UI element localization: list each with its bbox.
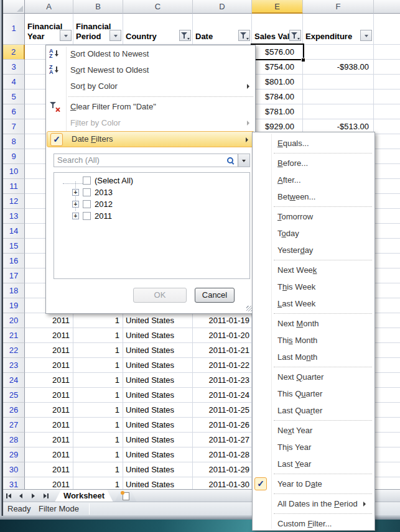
tree-item-2012[interactable]: +2012 [54, 199, 249, 211]
menu-item-clear-filter-from-date[interactable]: Clear Filter From "Date" [46, 99, 255, 115]
menu-item-next-year[interactable]: Next Year [253, 422, 374, 439]
cell-g19[interactable] [374, 298, 400, 313]
cell-f3[interactable]: -$938.00 [303, 60, 374, 75]
cell-f2[interactable] [303, 45, 374, 60]
cell-d24[interactable]: 2011-01-23 [193, 373, 252, 388]
row-header-23[interactable]: 23 [3, 358, 25, 373]
column-header-B[interactable]: B [73, 0, 123, 14]
cell-e3[interactable]: $754.00 [252, 60, 303, 75]
row-header-13[interactable]: 13 [3, 209, 25, 224]
ok-button[interactable]: OK [133, 288, 187, 303]
cell-c23[interactable]: United States [123, 358, 193, 373]
cell-a20[interactable]: 2011 [25, 313, 73, 328]
cell-c25[interactable]: United States [123, 388, 193, 403]
menu-item-before[interactable]: Before... [253, 155, 374, 172]
cell-c21[interactable]: United States [123, 328, 193, 343]
tree-expander-icon[interactable]: + [72, 201, 79, 208]
menu-item-next-week[interactable]: Next Week [253, 262, 374, 278]
menu-item-after[interactable]: After... [253, 172, 374, 188]
menu-item-last-month[interactable]: Last Month [253, 349, 374, 365]
header-cell-b[interactable]: Financial Period [73, 14, 123, 45]
cell-d23[interactable]: 2011-01-22 [193, 358, 252, 373]
row-header-30[interactable]: 30 [3, 462, 25, 477]
menu-item-this-quarter[interactable]: This Quarter [253, 385, 374, 402]
cell-e6[interactable]: $781.00 [252, 104, 303, 119]
cell-e5[interactable]: $784.00 [252, 89, 303, 104]
cell-g10[interactable] [374, 164, 400, 179]
cell-a31[interactable]: 2011 [25, 477, 73, 489]
column-header-A[interactable]: A [25, 0, 73, 14]
row-header-8[interactable]: 8 [3, 134, 25, 149]
cell-e4[interactable]: $801.00 [252, 75, 303, 89]
tree-item-2011[interactable]: +2011 [54, 211, 249, 222]
cell-c22[interactable]: United States [123, 343, 193, 358]
cell-b24[interactable]: 1 [73, 373, 123, 388]
row-header-7[interactable]: 7 [3, 119, 25, 134]
cell-g29[interactable] [374, 447, 400, 462]
row-header-12[interactable]: 12 [3, 194, 25, 209]
row-header-24[interactable]: 24 [3, 373, 25, 388]
cell-g3[interactable] [374, 60, 400, 75]
row-header-17[interactable]: 17 [3, 268, 25, 283]
cell-g5[interactable] [374, 89, 400, 104]
menu-item-year-to-date[interactable]: ✓Year to Date [253, 475, 374, 492]
menu-item-this-month[interactable]: This Month [253, 332, 374, 349]
last-sheet-button[interactable] [40, 491, 51, 501]
menu-item-this-year[interactable]: This Year [253, 439, 374, 456]
row-header-31[interactable]: 31 [3, 477, 25, 489]
row-header-15[interactable]: 15 [3, 239, 25, 254]
cell-g25[interactable] [374, 388, 400, 403]
header-cell-f[interactable]: Expenditure [303, 14, 374, 45]
row-header-28[interactable]: 28 [3, 433, 25, 447]
column-header-C[interactable]: C [123, 0, 193, 14]
header-cell-e[interactable]: Sales Value [252, 14, 303, 45]
cell-g31[interactable] [374, 477, 400, 489]
cell-g27[interactable] [374, 418, 400, 433]
cell-g14[interactable] [374, 224, 400, 239]
cell-a22[interactable]: 2011 [25, 343, 73, 358]
cell-g21[interactable] [374, 328, 400, 343]
column-header-F[interactable]: F [303, 0, 374, 14]
menu-item-sort-oldest-to-newest[interactable]: AZSort Oldest to Newest [46, 46, 255, 62]
cell-a25[interactable]: 2011 [25, 388, 73, 403]
cell-b20[interactable]: 1 [73, 313, 123, 328]
cell-c24[interactable]: United States [123, 373, 193, 388]
row-header-3[interactable]: 3 [3, 60, 25, 75]
cell-g8[interactable] [374, 134, 400, 149]
tree-checkbox[interactable] [83, 200, 91, 208]
cell-b31[interactable]: 1 [73, 477, 123, 489]
cell-g11[interactable] [374, 179, 400, 194]
filter-button-b[interactable] [109, 30, 121, 41]
cell-b27[interactable]: 1 [73, 418, 123, 433]
row-header-5[interactable]: 5 [3, 89, 25, 104]
cell-d21[interactable]: 2011-01-20 [193, 328, 252, 343]
menu-item-date-filters[interactable]: ✓Date Filters [47, 131, 254, 147]
cell-a26[interactable]: 2011 [25, 403, 73, 418]
column-header-D[interactable]: D [193, 0, 252, 14]
cell-g4[interactable] [374, 75, 400, 89]
cell-g18[interactable] [374, 283, 400, 298]
filter-button-f[interactable] [360, 30, 372, 41]
cell-b29[interactable]: 1 [73, 447, 123, 462]
cell-d22[interactable]: 2011-01-21 [193, 343, 252, 358]
filter-button-e[interactable] [289, 30, 301, 41]
cell-a23[interactable]: 2011 [25, 358, 73, 373]
tree-expander-icon[interactable]: + [72, 189, 79, 196]
menu-item-last-year[interactable]: Last Year [253, 456, 374, 472]
menu-item-tomorrow[interactable]: Tomorrow [253, 208, 374, 225]
tree-checkbox[interactable] [83, 177, 91, 185]
cell-g28[interactable] [374, 433, 400, 447]
header-cell-d[interactable]: Date [193, 14, 252, 45]
row-header-16[interactable]: 16 [3, 254, 25, 268]
menu-item-this-week[interactable]: This Week [253, 278, 374, 295]
cell-a29[interactable]: 2011 [25, 447, 73, 462]
row-header-19[interactable]: 19 [3, 298, 25, 313]
cell-b30[interactable]: 1 [73, 462, 123, 477]
menu-item-last-week[interactable]: Last Week [253, 295, 374, 312]
cell-d30[interactable]: 2011-01-29 [193, 462, 252, 477]
cell-g17[interactable] [374, 268, 400, 283]
cell-g30[interactable] [374, 462, 400, 477]
menu-item-next-month[interactable]: Next Month [253, 315, 374, 332]
cell-c29[interactable]: United States [123, 447, 193, 462]
cell-g24[interactable] [374, 373, 400, 388]
